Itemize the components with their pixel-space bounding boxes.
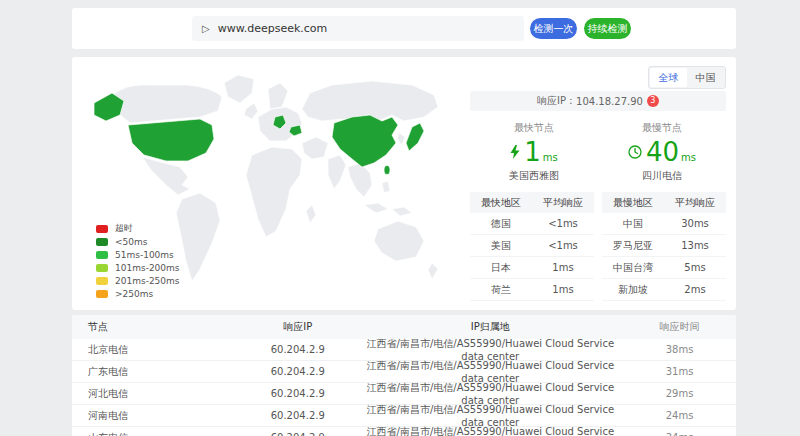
cell-ip: 60.204.2.9 [238,410,358,421]
region-row: 新加坡 2ms [602,279,726,301]
map-canada [112,85,222,123]
tab-global[interactable]: 全球 [650,68,687,87]
slowest-region-rows: 中国 30ms 罗马尼亚 13ms 中国台湾 5ms 新加坡 [602,213,726,301]
region-time: <1ms [532,213,594,234]
map-uk [244,103,258,119]
slowest-region-table: 最慢地区 平均响应 中国 30ms 罗马尼亚 13ms 中 [602,192,726,301]
legend-swatch [96,225,108,233]
map-usa [128,119,214,161]
node-table: 节点 响应IP IP归属地 响应时间 北京电信 60.204.2.9 江西省/南… [72,315,736,436]
cell-node: 河南电信 [72,409,238,423]
node-table-body: 北京电信 60.204.2.9 江西省/南昌市/电信/AS55990/Huawe… [72,339,736,436]
legend-label: 51ms-100ms [115,250,174,260]
legend-swatch [96,238,108,246]
region-row: 中国 30ms [602,213,726,235]
table-row[interactable]: 河南电信 60.204.2.9 江西省/南昌市/电信/AS55990/Huawe… [72,405,736,427]
legend-item: 201ms-250ms [96,274,180,287]
legend-item: >250ms [96,287,180,300]
region-time: 1ms [532,257,594,278]
legend-item: 超时 [96,222,180,235]
region-name: 中国台湾 [602,257,664,278]
col-node: 节点 [72,320,238,334]
table-row[interactable]: 北京电信 60.204.2.9 江西省/南昌市/电信/AS55990/Huawe… [72,339,736,361]
table-row[interactable]: 河北电信 60.204.2.9 江西省/南昌市/电信/AS55990/Huawe… [72,383,736,405]
fastest-node-title: 最快节点 [470,121,598,135]
legend-label: <50ms [115,237,147,247]
region-name: 罗马尼亚 [602,235,664,256]
cell-time: 24ms [623,432,736,436]
legend-item: 51ms-100ms [96,248,180,261]
lightning-icon [510,145,520,159]
col-region: 最慢地区 [602,192,664,213]
response-ip-bar: 响应IP： 104.18.27.90 3 [470,91,726,111]
table-row[interactable]: 广东电信 60.204.2.9 江西省/南昌市/电信/AS55990/Huawe… [72,361,736,383]
url-value: www.deepseek.com [218,22,328,35]
legend-swatch [96,290,108,298]
cell-node: 山东电信 [72,431,238,436]
region-row: 日本 1ms [470,257,594,279]
search-bar: ▷ www.deepseek.com 检测一次 持续检测 [72,8,736,49]
map-scandinavia [268,83,288,109]
map-mexico [142,157,190,195]
fastest-ms: 1 [524,137,541,167]
legend-swatch [96,277,108,285]
legend-label: 101ms-200ms [115,263,180,273]
col-response-ip: 响应IP [238,320,358,334]
clock-icon [628,145,642,159]
play-icon: ▷ [202,23,210,34]
slowest-node-title: 最慢节点 [598,121,726,135]
fastest-location: 美国西雅图 [470,169,598,183]
map-indonesia [364,203,412,216]
legend-item: 101ms-200ms [96,261,180,274]
legend-item: <50ms [96,235,180,248]
region-name: 德国 [470,213,532,234]
map-madagascar [306,205,316,223]
node-table-header: 节点 响应IP IP归属地 响应时间 [72,315,736,339]
fastest-region-rows: 德国 <1ms 美国 <1ms 日本 1ms 荷兰 [470,213,594,301]
cell-node: 北京电信 [72,343,238,357]
table-row[interactable]: 山东电信 60.204.2.9 江西省/南昌市/电信/AS55990/Huawe… [72,427,736,436]
cell-location: 江西省/南昌市/电信/AS55990/Huawei Cloud Service … [358,425,624,436]
region-name: 日本 [470,257,532,278]
slowest-unit: ms [681,152,696,163]
map-legend: 超时 <50ms 51ms-100ms 101ms-200ms 201ms-25… [96,222,180,300]
region-row: 罗马尼亚 13ms [602,235,726,257]
slowest-node-value: 40 ms [598,137,726,167]
cell-node: 河北电信 [72,387,238,401]
ip-count-badge[interactable]: 3 [647,95,659,107]
url-input[interactable]: ▷ www.deepseek.com [192,16,524,41]
legend-label: 201ms-250ms [115,276,180,286]
scope-tabs: 全球 中国 [648,66,726,89]
legend-swatch [96,251,108,259]
slowest-location: 四川电信 [598,169,726,183]
col-avg-response: 平均响应 [664,192,726,213]
fastest-unit: ms [543,152,558,163]
response-ip-value: 104.18.27.90 [576,96,643,107]
slowest-ms: 40 [646,137,679,167]
map-taiwan [384,166,390,175]
response-ip-label: 响应IP： [537,94,576,108]
fastest-region-table: 最快地区 平均响应 德国 <1ms 美国 <1ms 日本 [470,192,594,301]
col-ip-location: IP归属地 [358,320,624,334]
map-se-asia [348,163,372,197]
check-once-button[interactable]: 检测一次 [530,18,577,39]
cell-ip: 60.204.2.9 [238,388,358,399]
cell-node: 广东电信 [72,365,238,379]
region-time: 1ms [532,279,594,300]
map-south-america [176,193,220,281]
cell-time: 31ms [623,366,736,377]
col-avg-response: 平均响应 [532,192,594,213]
fastest-node-stat: 最快节点 1 ms 美国西雅图 [470,121,598,183]
continuous-check-button[interactable]: 持续检测 [584,18,631,39]
cell-time: 29ms [623,388,736,399]
map-india [328,155,346,189]
tab-china[interactable]: 中国 [687,68,724,87]
region-row: 德国 <1ms [470,213,594,235]
region-row: 美国 <1ms [470,235,594,257]
map-australia [374,221,424,261]
cell-time: 38ms [623,344,736,355]
cell-time: 24ms [623,410,736,421]
cell-ip: 60.204.2.9 [238,432,358,436]
legend-swatch [96,264,108,272]
map-japan [406,123,424,151]
